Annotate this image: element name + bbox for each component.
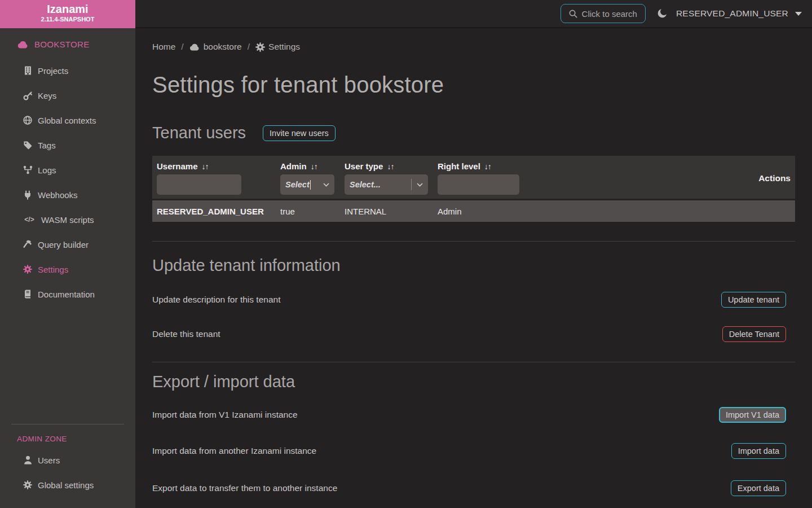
sidebar: BOOKSTORE Projects Keys Global contexts: [0, 28, 135, 508]
sidebar-item-settings[interactable]: Settings: [0, 257, 135, 282]
column-header-username[interactable]: Username↓↑: [157, 161, 209, 171]
select-divider: [411, 179, 412, 190]
username-filter-input[interactable]: [157, 174, 241, 195]
sidebar-item-label: Settings: [38, 265, 68, 274]
delete-tenant-button[interactable]: Delete Tenant: [722, 326, 786, 342]
sidebar-item-label: Global contexts: [38, 116, 96, 125]
sidebar-item-projects[interactable]: Projects: [0, 58, 135, 83]
column-header-user-type[interactable]: User type↓↑: [345, 161, 394, 171]
sidebar-item-users[interactable]: Users: [0, 448, 135, 472]
chevron-down-icon: [323, 183, 329, 187]
app-brand[interactable]: Izanami 2.11.4-SNAPSHOT: [0, 0, 135, 28]
building-icon: [23, 66, 33, 75]
sidebar-item-label: Keys: [38, 91, 56, 100]
hammer-icon: [23, 240, 33, 249]
section-divider: [152, 241, 795, 242]
delete-tenant-label: Delete this tenant: [152, 329, 220, 339]
topbar: Izanami 2.11.4-SNAPSHOT Click to search …: [0, 0, 812, 28]
search-button[interactable]: Click to search: [561, 4, 646, 23]
sidebar-item-label: Global settings: [38, 480, 94, 490]
sidebar-nav: Projects Keys Global contexts Tags: [0, 58, 135, 306]
dark-mode-toggle[interactable]: [656, 7, 668, 20]
export-data-button[interactable]: Export data: [731, 480, 786, 496]
chevron-down-icon: [417, 183, 423, 187]
user-type-filter-select[interactable]: Select...: [345, 174, 428, 195]
text-cursor: [310, 180, 311, 190]
breadcrumb-home[interactable]: Home: [152, 42, 175, 52]
search-label: Click to search: [582, 9, 637, 19]
export-data-label: Export data to transfer them to another …: [152, 483, 337, 493]
sidebar-item-logs[interactable]: Logs: [0, 157, 135, 182]
sidebar-item-documentation[interactable]: Documentation: [0, 282, 135, 306]
table-row: RESERVED_ADMIN_USER true INTERNAL Admin: [152, 200, 795, 222]
user-menu-name[interactable]: RESERVED_ADMIN_USER: [676, 8, 788, 19]
sidebar-item-label: Documentation: [38, 290, 95, 299]
sort-icon[interactable]: ↓↑: [311, 162, 317, 171]
cell-user-type: INTERNAL: [345, 207, 438, 216]
column-header-right-level[interactable]: Right level↓↑: [438, 161, 491, 171]
book-icon: [23, 290, 33, 299]
gear-icon: [23, 480, 33, 489]
update-description-label: Update description for this tenant: [152, 295, 280, 305]
sidebar-item-wasm-scripts[interactable]: </> WASM scripts: [0, 207, 135, 232]
cell-right-level: Admin: [438, 207, 532, 216]
sidebar-item-query-builder[interactable]: Query builder: [0, 232, 135, 257]
sort-icon[interactable]: ↓↑: [202, 162, 209, 171]
page-title: Settings for tenant bookstore: [152, 72, 795, 98]
right-level-filter-input[interactable]: [438, 174, 519, 195]
section-divider: [152, 362, 795, 362]
sidebar-item-label: Logs: [38, 165, 56, 175]
globe-icon: [23, 116, 33, 125]
sidebar-item-tags[interactable]: Tags: [0, 133, 135, 157]
import-v1-data-button[interactable]: Import V1 data: [719, 407, 786, 423]
cloud-icon: [189, 43, 200, 51]
import-v1-label: Import data from V1 Izanami instance: [152, 410, 298, 420]
gear-icon: [255, 42, 265, 52]
sidebar-tenant[interactable]: BOOKSTORE: [0, 28, 135, 49]
sidebar-item-label: Query builder: [38, 240, 89, 249]
breadcrumb-separator: /: [246, 42, 251, 52]
import-data-button[interactable]: Import data: [731, 443, 786, 459]
cloud-icon: [17, 40, 29, 49]
key-icon: [23, 91, 33, 100]
sidebar-item-label: Tags: [38, 141, 56, 150]
sidebar-admin-nav: Users Global settings: [0, 448, 135, 497]
admin-zone-label: ADMIN ZONE: [0, 424, 135, 443]
admin-filter-select[interactable]: Select: [280, 174, 334, 195]
import-data-label: Import data from another Izanami instanc…: [152, 446, 316, 456]
sidebar-item-webhooks[interactable]: Webhooks: [0, 182, 135, 207]
sidebar-item-label: WASM scripts: [41, 215, 94, 225]
cell-username: RESERVED_ADMIN_USER: [157, 207, 280, 216]
tenant-users-heading: Tenant users: [152, 124, 246, 142]
topbar-right: Click to search RESERVED_ADMIN_USER: [135, 0, 812, 28]
app-title: Izanami: [0, 3, 135, 16]
main-content: Home / bookstore / Settings Settings for…: [135, 28, 812, 508]
column-header-actions: Actions: [758, 173, 791, 183]
sidebar-item-keys[interactable]: Keys: [0, 83, 135, 108]
plug-icon: [23, 190, 33, 200]
app-version: 2.11.4-SNAPSHOT: [0, 16, 135, 23]
tag-icon: [23, 141, 33, 150]
sort-icon[interactable]: ↓↑: [484, 162, 491, 171]
cell-admin: true: [280, 207, 345, 216]
table-header: Username↓↑ Admin↓↑ Select User type↓↑: [152, 156, 795, 199]
user-icon: [23, 456, 33, 465]
column-header-admin[interactable]: Admin↓↑: [280, 161, 317, 171]
tenant-users-table: Username↓↑ Admin↓↑ Select User type↓↑: [152, 156, 795, 222]
invite-new-users-button[interactable]: Invite new users: [263, 125, 336, 141]
sidebar-item-label: Projects: [38, 66, 68, 76]
update-tenant-heading: Update tenant information: [152, 256, 795, 275]
breadcrumb-separator: /: [179, 42, 185, 52]
update-tenant-button[interactable]: Update tenant: [721, 292, 786, 308]
search-icon: [569, 10, 577, 18]
export-import-heading: Export / import data: [152, 373, 795, 391]
gear-icon: [23, 265, 33, 274]
breadcrumb: Home / bookstore / Settings: [152, 42, 795, 52]
sidebar-item-label: Webhooks: [38, 190, 78, 200]
sidebar-item-global-contexts[interactable]: Global contexts: [0, 108, 135, 133]
breadcrumb-tenant[interactable]: bookstore: [189, 42, 242, 52]
sidebar-item-global-settings[interactable]: Global settings: [0, 472, 135, 497]
user-menu-caret-icon[interactable]: [795, 12, 802, 16]
sort-icon[interactable]: ↓↑: [387, 162, 394, 171]
breadcrumb-settings[interactable]: Settings: [255, 42, 300, 52]
